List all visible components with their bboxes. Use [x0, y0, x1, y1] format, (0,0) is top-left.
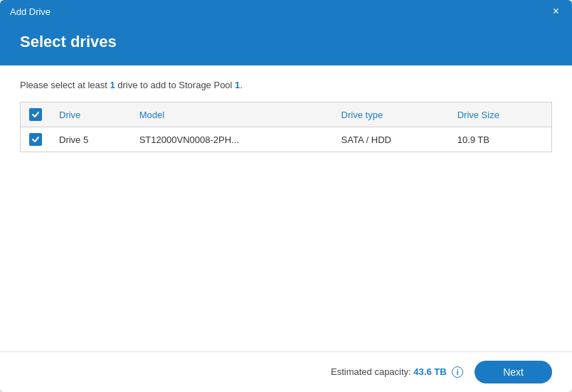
add-drive-dialog: Add Drive × Select drives Please select … — [0, 0, 572, 392]
table-header-row: Drive Model Drive type Drive Size — [21, 102, 552, 127]
dialog-content: Please select at least 1 drive to add to… — [0, 65, 572, 351]
dialog-title: Add Drive — [10, 6, 51, 17]
col-header-drive: Drive — [51, 102, 131, 127]
info-icon[interactable]: i — [452, 366, 463, 378]
title-bar: Add Drive × — [0, 0, 572, 23]
select-all-checkbox[interactable] — [29, 108, 42, 121]
dialog-footer: Estimated capacity: 43.6 TB i Next — [0, 351, 572, 392]
next-button[interactable]: Next — [475, 361, 552, 383]
drives-table: Drive Model Drive type Drive Size — [20, 102, 552, 152]
col-header-drive-type: Drive type — [333, 102, 449, 127]
row-drive-type: SATA / HDD — [333, 127, 449, 152]
row-checkbox[interactable] — [29, 133, 42, 146]
col-header-check — [21, 102, 51, 127]
page-title: Select drives — [20, 33, 552, 51]
dialog-header: Select drives — [0, 23, 572, 65]
description-text: Please select at least 1 drive to add to… — [20, 80, 552, 90]
col-header-drive-size: Drive Size — [449, 102, 552, 127]
col-header-model: Model — [131, 102, 333, 127]
table-row[interactable]: Drive 5 ST12000VN0008-2PH... SATA / HDD … — [21, 127, 552, 152]
row-drive-size: 10.9 TB — [449, 127, 552, 152]
close-button[interactable]: × — [550, 4, 562, 18]
estimated-capacity: Estimated capacity: 43.6 TB i — [331, 366, 463, 378]
row-checkbox-cell — [21, 127, 51, 152]
row-drive-name: Drive 5 — [51, 127, 131, 152]
row-model: ST12000VN0008-2PH... — [131, 127, 333, 152]
